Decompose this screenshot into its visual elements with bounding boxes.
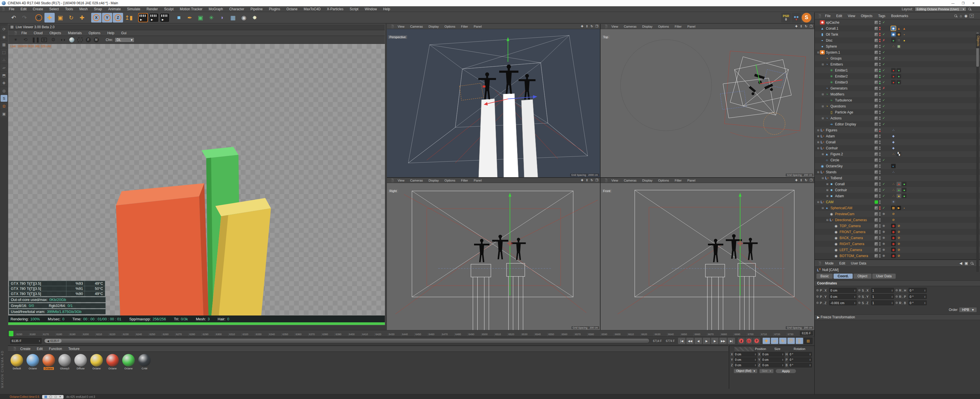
lv-menu-options[interactable]: Options [85, 31, 104, 35]
range-slider-handle[interactable]: ◀6135 F [45, 339, 62, 343]
tag-ik[interactable]: ◆ [891, 140, 896, 144]
drag-handle[interactable] [14, 347, 16, 351]
viewport-perspective[interactable]: ViewCamerasDisplayOptionsFilterPanel ✚⇕↻… [387, 24, 600, 177]
minimize-button[interactable]: — [948, 0, 958, 6]
visibility-controls[interactable] [875, 171, 891, 174]
material-swatch-cam[interactable]: CAM [137, 354, 151, 370]
tag-bomb[interactable]: ● [891, 68, 896, 72]
vp-menu-filter[interactable]: Filter [672, 179, 684, 182]
menu-tools[interactable]: Tools [62, 7, 76, 11]
visibility-controls[interactable]: ✓ [875, 50, 891, 54]
material-preview[interactable] [59, 354, 71, 367]
om-row-emitters[interactable]: ⊟◔Emitters✓ [815, 61, 980, 67]
om-row-emitter1[interactable]: ✳Emitter1✓●● [815, 67, 980, 73]
vp-menu-display[interactable]: Display [426, 179, 442, 182]
expander[interactable]: ⊟ [816, 51, 820, 54]
om-row-conall-1[interactable]: ▲Conall.1◉▲▲ [815, 26, 980, 31]
material-picker-icon[interactable]: M [94, 37, 99, 43]
coordinates-section-header[interactable]: Coordinates [815, 281, 980, 286]
om-row-figures[interactable]: ⊟L0Figures∴ [815, 127, 980, 133]
last-tool-button[interactable]: ✚ [77, 13, 87, 22]
record-key-button[interactable]: ⚷ [738, 338, 745, 344]
om-row-front-camera[interactable]: ◉FRONT_Camera⊕◉⊘ [815, 229, 980, 235]
material-swatch-octane[interactable]: Octane [121, 354, 135, 370]
am-field-sz[interactable]: S . Z1▲▼ [858, 300, 894, 305]
visibility-controls[interactable]: ⊕ [875, 242, 891, 246]
tag-oct-sel[interactable]: ◉ [891, 26, 896, 30]
pan-icon[interactable]: ✚ [795, 24, 797, 28]
coord-mode-select[interactable]: Object (Rel)▾ [734, 369, 757, 373]
visibility-controls[interactable] [875, 200, 891, 204]
om-row-conhuir[interactable]: ⊞■Conhuir✓∴●● [815, 187, 980, 193]
focus-picker-icon[interactable]: F [86, 37, 91, 43]
preview-range-slider[interactable]: ◀6135 F [44, 338, 649, 343]
tag-redcam[interactable]: ◉ [891, 248, 896, 252]
tag-grn[interactable]: ● [897, 68, 901, 72]
material-preview[interactable] [106, 354, 119, 367]
visibility-controls[interactable]: ✓ [875, 45, 891, 48]
om-row-conall[interactable]: ⊞L0Conall◆ [815, 139, 980, 145]
visibility-controls[interactable] [875, 218, 891, 222]
drag-handle[interactable] [2, 7, 5, 11]
om-row-octanesky[interactable]: ◉OctaneSky◐ [815, 163, 980, 169]
tag-mat-red[interactable]: ● [897, 182, 901, 186]
am-search-icon[interactable] [970, 262, 974, 265]
mini-close-icon[interactable]: ✕ [59, 395, 62, 398]
record-position-toggle[interactable]: ✚ [763, 338, 770, 344]
visibility-controls[interactable]: ✗ [875, 86, 891, 90]
visibility-controls[interactable]: ⊕ [875, 254, 891, 258]
magnet-snap-button[interactable]: Ω [0, 102, 7, 109]
vp-menu-view[interactable]: View [609, 25, 621, 28]
tag-redcam[interactable]: ◉ [891, 242, 896, 246]
help-button[interactable]: ? [753, 338, 760, 344]
menu-plugins[interactable]: Plugins [266, 7, 283, 11]
material-swatch-diffuse[interactable]: Diffuse [73, 354, 88, 370]
expander[interactable]: ⊟ [816, 129, 820, 132]
om-scrollbar[interactable] [976, 32, 979, 272]
layout-select[interactable]: Editing Octane Preview (User)▾ [915, 7, 966, 11]
tag-bomb[interactable]: ● [891, 74, 896, 78]
om-row-turbulence[interactable]: ≈Turbulence✓ [815, 97, 980, 103]
next-key-button[interactable]: ▶▶ [719, 338, 727, 344]
lv-menu-file[interactable]: File [18, 31, 30, 35]
goto-end-button[interactable]: ▶| [728, 338, 735, 344]
tag-mat-grn[interactable]: ● [902, 188, 907, 192]
om-row-conhuir[interactable]: ⊟L0Conhuir◆ [815, 145, 980, 151]
visibility-controls[interactable]: ✓ [875, 110, 891, 114]
coord-field-z[interactable]: 0 cm▲▼ [761, 363, 784, 367]
expander[interactable]: ⊟ [821, 93, 824, 96]
refresh-icon[interactable]: ⟲ [22, 37, 29, 43]
tag-ylw[interactable]: ● [902, 38, 907, 43]
snap-enable-button[interactable]: S [0, 95, 7, 102]
tag-tri[interactable]: ▲ [902, 26, 907, 30]
workplane-mode-button[interactable]: ⬚ [0, 49, 7, 56]
vp-menu-view[interactable]: View [395, 179, 407, 182]
settings-gear-icon[interactable]: ⚙ [50, 37, 57, 43]
tag-redcam[interactable]: ◉ [891, 236, 896, 240]
material-preview[interactable] [138, 354, 151, 367]
expander[interactable]: ⊞ [816, 141, 820, 144]
menu-character[interactable]: Character [226, 7, 248, 11]
tag-noentry[interactable]: ⊘ [897, 248, 901, 252]
lv-menu-help[interactable]: Help [104, 31, 118, 35]
edges-mode-button[interactable]: ▱ [0, 64, 7, 71]
om-menu-edit[interactable]: Edit [833, 14, 845, 18]
light-button[interactable]: ✸ [250, 13, 260, 22]
coord-field-y[interactable]: 0 cm▲▼ [761, 358, 784, 362]
visibility-controls[interactable] [875, 176, 891, 180]
lock-z-button[interactable]: Z [113, 13, 123, 22]
pan-icon[interactable]: ✚ [581, 179, 583, 182]
tag-mat-green[interactable]: ● [897, 188, 901, 192]
visibility-controls[interactable]: ✗ [875, 38, 891, 42]
om-row-top-camera[interactable]: ◉TOP_Camera⊕◉⊘ [815, 223, 980, 229]
play-button[interactable]: ▶ [703, 338, 710, 344]
visibility-controls[interactable]: ✓ [875, 69, 891, 72]
mograph-button[interactable]: ✳ [206, 13, 216, 22]
vp-menu-options[interactable]: Options [655, 25, 672, 28]
coord-field-p[interactable]: 0 °▲▼ [789, 358, 812, 362]
expander[interactable]: ⊞ [826, 183, 829, 185]
move-button[interactable]: ✚ [45, 13, 55, 22]
frame-spinner[interactable]: 6135 F▲▼ [10, 338, 41, 344]
material-preview[interactable] [122, 354, 135, 367]
om-row-left-camera[interactable]: ◉LEFT_Camera⊕◉⊘ [815, 247, 980, 253]
